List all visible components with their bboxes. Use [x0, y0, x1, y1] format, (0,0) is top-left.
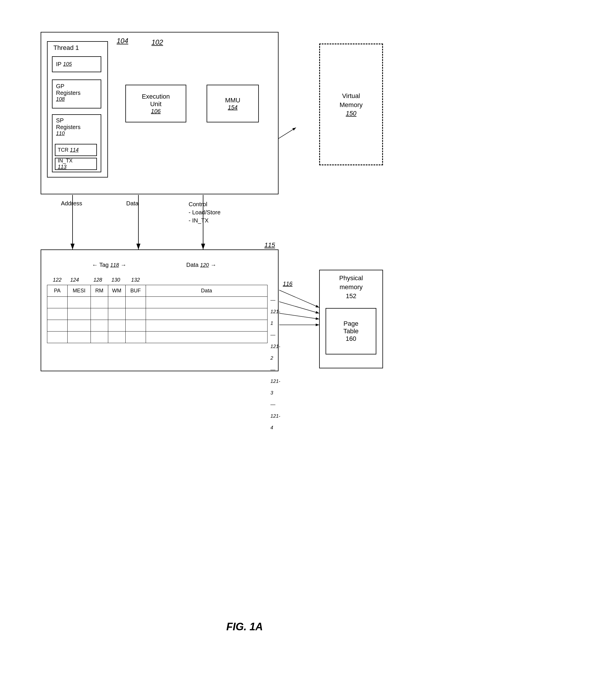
intx-ref: 113	[58, 164, 66, 170]
virtual-memory-box: VirtualMemory 150	[319, 44, 383, 165]
tag-ref: 118	[110, 262, 119, 268]
data-col-label: Data 120 →	[186, 261, 216, 268]
tcr-box: TCR 114	[55, 144, 97, 156]
table-row	[47, 297, 267, 308]
processor-box: 102 Thread 1 IP 105 GP Registers 108 SP …	[41, 32, 279, 194]
intx-box: IN_TX 113	[55, 158, 97, 170]
cache-box: 115 ← Tag 118 → Data 120 → 122 124 128 1…	[41, 249, 279, 371]
thread-box: Thread 1 IP 105 GP Registers 108 SP Regi…	[47, 41, 108, 178]
cache-ref: 115	[264, 241, 275, 249]
gp-registers-box: GP Registers 108	[52, 79, 101, 109]
col-wm: WM	[108, 285, 125, 297]
virt-mem-ref: 150	[346, 110, 357, 117]
ip-ref: 105	[63, 61, 72, 67]
control-label: Control- Load/Store- IN_TX	[189, 200, 221, 225]
execution-unit-box: Execution Unit 106	[125, 85, 186, 122]
row-labels: — 121-1 — 121-2 — 121-3 — 121-4	[270, 294, 280, 434]
svg-line-9	[279, 290, 319, 307]
physical-memory-box: Physicalmemory152 PageTable160	[319, 270, 383, 368]
col-data: Data	[146, 285, 267, 297]
table-row	[47, 308, 267, 320]
diagram-container: 102 Thread 1 IP 105 GP Registers 108 SP …	[23, 17, 589, 656]
data-label: Data	[126, 200, 138, 207]
address-label: Address	[61, 200, 82, 207]
svg-line-11	[279, 313, 319, 319]
col-mesi: MESI	[67, 285, 90, 297]
label-102: 102	[151, 38, 163, 46]
page-table-box: PageTable160	[326, 308, 376, 354]
virt-mem-label: VirtualMemory	[339, 92, 362, 110]
exec-ref: 106	[151, 108, 160, 115]
mmu-ref: 154	[228, 104, 237, 111]
mmu-box: MMU 154	[206, 85, 259, 122]
cache-table: PA MESI RM WM BUF Data	[47, 285, 267, 343]
table-row	[47, 331, 267, 343]
tag-label: ← Tag 118 →	[92, 261, 127, 268]
tcr-ref: 114	[70, 147, 79, 153]
table-row	[47, 320, 267, 331]
sp-registers-box: SP Registers 110 TCR 114 IN_TX 113	[52, 114, 101, 172]
ip-box: IP 105	[52, 56, 101, 72]
col-pa: PA	[47, 285, 68, 297]
svg-line-10	[279, 302, 319, 313]
data-ref: 120	[200, 262, 209, 268]
gp-ref: 108	[56, 96, 65, 102]
col-buf: BUF	[125, 285, 146, 297]
label-104: 104	[117, 37, 128, 45]
cache-line-ref: 116	[283, 280, 292, 287]
thread-label: Thread 1	[53, 44, 79, 52]
col-rm: RM	[90, 285, 108, 297]
figure-caption: FIG. 1A	[226, 621, 263, 633]
sp-ref: 110	[56, 131, 97, 137]
phys-mem-label: Physicalmemory152	[320, 270, 382, 304]
